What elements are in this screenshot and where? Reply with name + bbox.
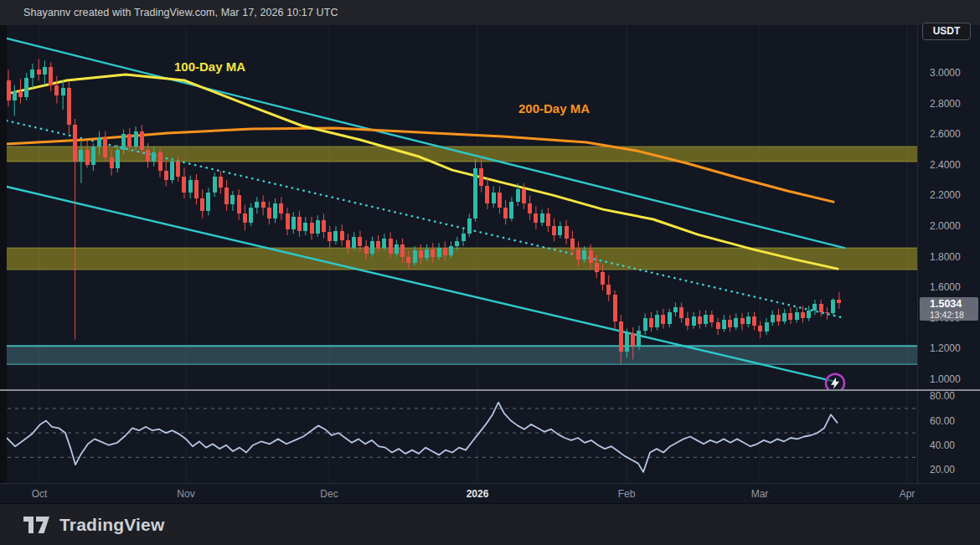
candle-body: [30, 69, 34, 77]
candle-body: [255, 202, 259, 208]
candle-body: [668, 312, 672, 325]
candle-body: [812, 304, 817, 310]
time-axis-label: Oct: [14, 488, 64, 500]
candle-body: [230, 195, 235, 204]
demand-zone-lower[interactable]: [0, 346, 917, 364]
countdown-timer: 13:42:18: [930, 310, 978, 320]
candle-body: [243, 213, 247, 223]
rsi-axis-label: 60.00: [930, 414, 955, 428]
candle-body: [467, 219, 472, 234]
left-margin: [0, 25, 7, 483]
candle-body: [716, 322, 720, 328]
pane-separator[interactable]: [0, 389, 980, 391]
candle-body: [213, 177, 217, 192]
candle-body: [328, 232, 332, 241]
candle-body: [158, 152, 162, 171]
candle-body: [152, 152, 156, 162]
time-axis-label: Mar: [735, 488, 785, 500]
candle-body: [37, 69, 41, 74]
candle-body: [722, 320, 726, 329]
candle-body: [164, 171, 168, 180]
candle-body: [589, 250, 593, 263]
rsi-canvas[interactable]: [0, 390, 917, 483]
candle-body: [534, 213, 538, 223]
candle-body: [528, 203, 532, 214]
candle-body: [340, 231, 344, 240]
price-axis-label: 1.8000: [930, 250, 961, 264]
candle-body: [116, 150, 120, 168]
candle-body: [776, 315, 781, 321]
candle-body: [516, 189, 520, 202]
candle-body: [734, 318, 738, 327]
candle-body: [565, 226, 569, 239]
candle-body: [601, 272, 605, 285]
ma100-label: 100-Day MA: [174, 59, 245, 74]
candle-body: [625, 333, 629, 352]
candle-body: [316, 220, 320, 234]
candle-body: [425, 249, 429, 259]
candle-body: [110, 157, 114, 168]
candle-body: [7, 80, 11, 100]
header-bar: Shayannv created with TradingView.com, M…: [0, 0, 980, 25]
rsi-axis-label: 40.00: [930, 439, 955, 452]
candle-body: [310, 223, 314, 234]
candle-body: [825, 312, 829, 314]
candle-body: [322, 220, 326, 233]
candle-body: [771, 315, 775, 322]
candle-body: [170, 162, 174, 180]
rsi-line[interactable]: [7, 403, 838, 472]
candle-body: [637, 331, 641, 346]
candle-body: [801, 312, 805, 318]
candle-body: [297, 217, 302, 230]
candle-body: [704, 315, 708, 324]
candle-body: [728, 320, 732, 327]
candle-body: [103, 137, 107, 157]
time-axis-label: 2026: [452, 488, 503, 500]
candle-body: [449, 246, 453, 255]
candle-body: [431, 249, 435, 257]
candle-body: [692, 316, 696, 326]
candle-body: [85, 150, 90, 165]
tradingview-wordmark[interactable]: TradingView: [59, 515, 165, 535]
candle-body: [437, 248, 441, 257]
candle-body: [346, 240, 350, 248]
candle-body: [382, 239, 386, 248]
candle-body: [134, 131, 138, 147]
candle-body: [606, 285, 611, 296]
tradingview-icon[interactable]: [23, 516, 52, 534]
candle-body: [540, 213, 544, 223]
time-axis[interactable]: OctNovDec2026FebMarApr: [0, 483, 980, 503]
rsi-axis-label: 80.00: [930, 389, 955, 403]
candle-body: [279, 203, 283, 214]
candle-body: [582, 250, 586, 260]
candle-body: [698, 316, 702, 324]
candle-body: [782, 313, 787, 321]
candle-body: [140, 131, 144, 150]
candle-body: [758, 326, 762, 332]
symbol-badge[interactable]: USDT: [922, 23, 971, 40]
candle-body: [370, 241, 374, 254]
candle-body: [546, 213, 550, 226]
price-axis-label: 1.2000: [930, 342, 961, 355]
price-axis[interactable]: 1.5034 13:42:18 3.00002.80002.60002.4000…: [917, 25, 980, 503]
candle-body: [364, 246, 369, 254]
candle-body: [631, 333, 635, 346]
candle-body: [503, 208, 508, 219]
price-chart-canvas[interactable]: [0, 25, 917, 390]
candle-body: [685, 318, 689, 326]
candle-body: [91, 147, 95, 165]
price-axis-label: 3.0000: [930, 66, 961, 80]
price-axis-label: 2.8000: [930, 97, 961, 111]
candle-body: [788, 313, 792, 319]
candle-body: [419, 250, 423, 258]
candle-body: [443, 248, 447, 255]
candle-body: [752, 316, 756, 326]
support-zone-mid[interactable]: [0, 248, 917, 270]
candle-body: [333, 231, 338, 242]
attribution-text: Shayannv created with TradingView.com, M…: [23, 7, 338, 18]
candle-body: [462, 234, 466, 241]
resistance-zone-upper[interactable]: [0, 147, 917, 162]
candle-body: [613, 295, 617, 321]
candle-body: [273, 203, 277, 219]
candle-body: [13, 91, 17, 100]
